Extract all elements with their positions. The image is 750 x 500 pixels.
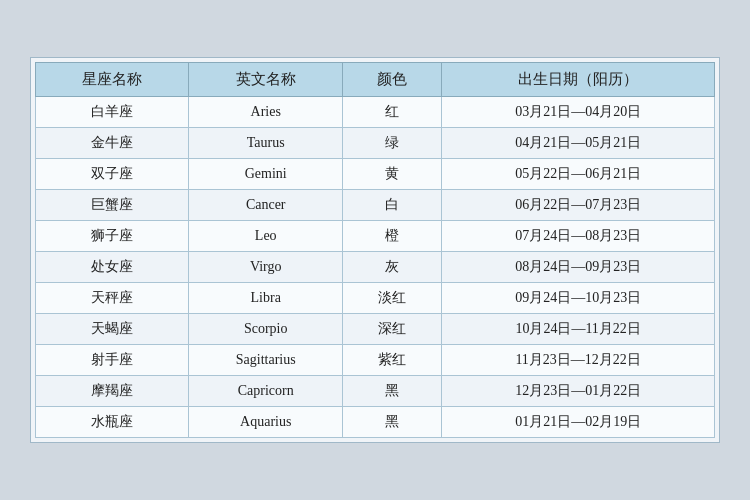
table-row: 狮子座Leo橙07月24日—08月23日 xyxy=(36,221,715,252)
cell-color: 绿 xyxy=(342,128,441,159)
cell-english-name: Taurus xyxy=(189,128,342,159)
cell-color: 白 xyxy=(342,190,441,221)
zodiac-table-wrapper: 星座名称 英文名称 颜色 出生日期（阳历） 白羊座Aries红03月21日—04… xyxy=(30,57,720,443)
cell-dates: 07月24日—08月23日 xyxy=(442,221,715,252)
cell-english-name: Aquarius xyxy=(189,407,342,438)
table-header-row: 星座名称 英文名称 颜色 出生日期（阳历） xyxy=(36,63,715,97)
cell-color: 红 xyxy=(342,97,441,128)
cell-color: 深红 xyxy=(342,314,441,345)
cell-color: 黄 xyxy=(342,159,441,190)
cell-chinese-name: 摩羯座 xyxy=(36,376,189,407)
zodiac-table: 星座名称 英文名称 颜色 出生日期（阳历） 白羊座Aries红03月21日—04… xyxy=(35,62,715,438)
table-row: 处女座Virgo灰08月24日—09月23日 xyxy=(36,252,715,283)
cell-chinese-name: 巨蟹座 xyxy=(36,190,189,221)
cell-chinese-name: 天秤座 xyxy=(36,283,189,314)
cell-english-name: Scorpio xyxy=(189,314,342,345)
header-color: 颜色 xyxy=(342,63,441,97)
table-row: 金牛座Taurus绿04月21日—05月21日 xyxy=(36,128,715,159)
cell-dates: 05月22日—06月21日 xyxy=(442,159,715,190)
header-chinese-name: 星座名称 xyxy=(36,63,189,97)
cell-english-name: Capricorn xyxy=(189,376,342,407)
cell-english-name: Gemini xyxy=(189,159,342,190)
cell-color: 橙 xyxy=(342,221,441,252)
cell-dates: 06月22日—07月23日 xyxy=(442,190,715,221)
cell-dates: 03月21日—04月20日 xyxy=(442,97,715,128)
cell-dates: 01月21日—02月19日 xyxy=(442,407,715,438)
cell-color: 黑 xyxy=(342,376,441,407)
cell-chinese-name: 狮子座 xyxy=(36,221,189,252)
table-body: 白羊座Aries红03月21日—04月20日金牛座Taurus绿04月21日—0… xyxy=(36,97,715,438)
cell-dates: 04月21日—05月21日 xyxy=(442,128,715,159)
cell-color: 紫红 xyxy=(342,345,441,376)
cell-english-name: Leo xyxy=(189,221,342,252)
cell-chinese-name: 处女座 xyxy=(36,252,189,283)
table-row: 射手座Sagittarius紫红11月23日—12月22日 xyxy=(36,345,715,376)
table-row: 天秤座Libra淡红09月24日—10月23日 xyxy=(36,283,715,314)
cell-english-name: Cancer xyxy=(189,190,342,221)
cell-english-name: Aries xyxy=(189,97,342,128)
cell-chinese-name: 金牛座 xyxy=(36,128,189,159)
table-row: 水瓶座Aquarius黑01月21日—02月19日 xyxy=(36,407,715,438)
header-english-name: 英文名称 xyxy=(189,63,342,97)
cell-chinese-name: 双子座 xyxy=(36,159,189,190)
table-row: 天蝎座Scorpio深红10月24日—11月22日 xyxy=(36,314,715,345)
table-row: 巨蟹座Cancer白06月22日—07月23日 xyxy=(36,190,715,221)
cell-dates: 08月24日—09月23日 xyxy=(442,252,715,283)
cell-english-name: Sagittarius xyxy=(189,345,342,376)
cell-chinese-name: 天蝎座 xyxy=(36,314,189,345)
cell-english-name: Libra xyxy=(189,283,342,314)
cell-english-name: Virgo xyxy=(189,252,342,283)
cell-chinese-name: 白羊座 xyxy=(36,97,189,128)
cell-chinese-name: 水瓶座 xyxy=(36,407,189,438)
cell-dates: 10月24日—11月22日 xyxy=(442,314,715,345)
cell-dates: 12月23日—01月22日 xyxy=(442,376,715,407)
table-row: 摩羯座Capricorn黑12月23日—01月22日 xyxy=(36,376,715,407)
cell-dates: 11月23日—12月22日 xyxy=(442,345,715,376)
cell-chinese-name: 射手座 xyxy=(36,345,189,376)
cell-dates: 09月24日—10月23日 xyxy=(442,283,715,314)
table-row: 白羊座Aries红03月21日—04月20日 xyxy=(36,97,715,128)
cell-color: 淡红 xyxy=(342,283,441,314)
cell-color: 灰 xyxy=(342,252,441,283)
table-row: 双子座Gemini黄05月22日—06月21日 xyxy=(36,159,715,190)
cell-color: 黑 xyxy=(342,407,441,438)
header-dates: 出生日期（阳历） xyxy=(442,63,715,97)
